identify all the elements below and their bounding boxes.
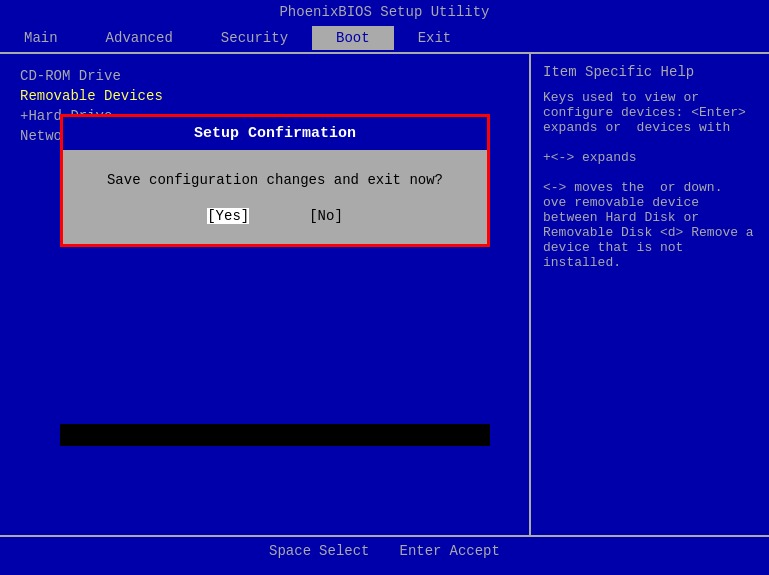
help-text: Keys used to view or configure devices: … — [543, 90, 757, 270]
menu-item-exit[interactable]: Exit — [394, 26, 476, 50]
menu-item-boot[interactable]: Boot — [312, 26, 394, 50]
dialog-no-button[interactable]: [No] — [309, 208, 343, 224]
dialog-title: Setup Confirmation — [63, 117, 487, 152]
boot-item-removable[interactable]: Removable Devices — [20, 88, 509, 104]
dialog-box: Setup Confirmation Save configuration ch… — [60, 114, 490, 247]
boot-item-cdrom[interactable]: CD-ROM Drive — [20, 68, 509, 84]
menu-item-security[interactable]: Security — [197, 26, 312, 50]
menu-item-advanced[interactable]: Advanced — [82, 26, 197, 50]
title-bar: PhoenixBIOS Setup Utility — [0, 0, 769, 24]
status-space: Space Select — [269, 543, 369, 559]
dialog-shadow — [60, 424, 490, 446]
status-enter: Enter Accept — [400, 543, 500, 559]
help-panel: Item Specific Help Keys used to view or … — [529, 54, 769, 535]
main-content: CD-ROM Drive Removable Devices +Hard Dri… — [0, 52, 769, 537]
action-accept: Accept — [450, 543, 500, 559]
dialog-yes-button[interactable]: [Yes] — [207, 208, 249, 224]
menu-bar: Main Advanced Security Boot Exit — [0, 24, 769, 52]
left-panel: CD-ROM Drive Removable Devices +Hard Dri… — [0, 54, 529, 535]
action-select: Select — [319, 543, 369, 559]
key-enter: Enter — [400, 543, 442, 559]
dialog-message: Save configuration changes and exit now? — [73, 172, 477, 188]
menu-item-main[interactable]: Main — [0, 26, 82, 50]
app-title: PhoenixBIOS Setup Utility — [279, 4, 489, 20]
key-space: Space — [269, 543, 311, 559]
dialog-body: Save configuration changes and exit now?… — [63, 152, 487, 244]
dialog-buttons: [Yes] [No] — [73, 208, 477, 224]
help-title: Item Specific Help — [543, 64, 757, 80]
status-bar: Space Select Enter Accept — [0, 537, 769, 565]
